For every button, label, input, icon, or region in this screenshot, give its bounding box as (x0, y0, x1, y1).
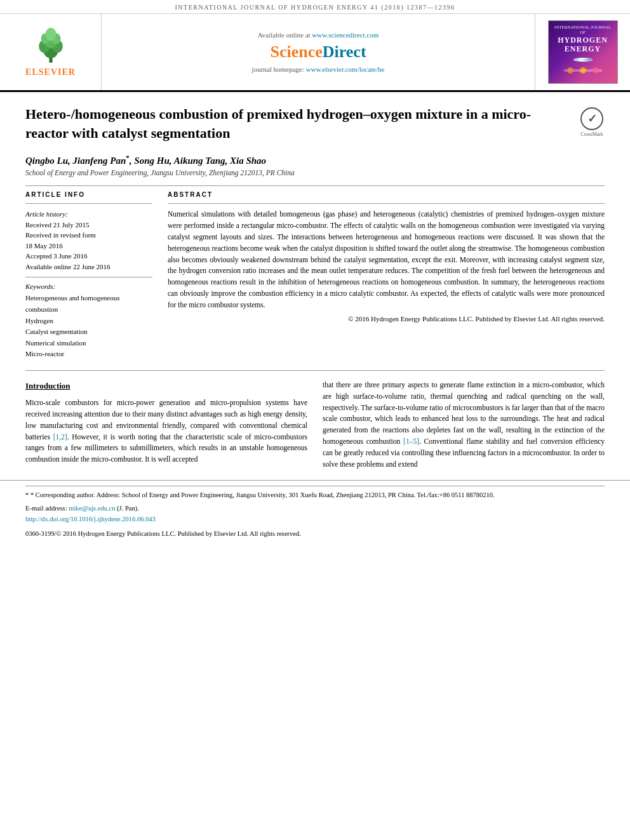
affiliation-line: School of Energy and Power Engineering, … (25, 169, 605, 177)
journal-cover-area: International Journal of HYDROGEN ENERGY (535, 14, 630, 90)
journal-banner: INTERNATIONAL JOURNAL OF HYDROGEN ENERGY… (0, 0, 630, 14)
sciencedirect-logo: ScienceDirect (270, 43, 366, 62)
history-label: Article history: (25, 209, 152, 220)
footer-section: * * Corresponding author. Address: Schoo… (0, 480, 630, 544)
keywords-divider (25, 277, 152, 277)
article-info-col: ARTICLE INFO Article history: Received 2… (25, 191, 152, 360)
sciencedirect-url[interactable]: www.sciencedirect.com (312, 31, 379, 39)
abstract-paragraph: Numerical simulations with detailed homo… (168, 209, 605, 310)
svg-point-11 (593, 67, 599, 74)
crossmark-icon: ✓ (580, 107, 603, 130)
doi-line: http://dx.doi.org/10.1016/j.ijhydene.201… (25, 514, 605, 525)
ref-1-2[interactable]: [1,2] (53, 433, 67, 441)
article-title-section: Hetero-/homogeneous combustion of premix… (0, 92, 630, 149)
intro-p2: that there are three primary aspects to … (323, 380, 605, 470)
body-top-divider (25, 370, 605, 371)
authors-section: Qingbo Lu, Jianfeng Pan*, Song Hu, Aikun… (0, 149, 630, 180)
corresponding-author: * * Corresponding author. Address: Schoo… (25, 490, 605, 501)
article-title: Hetero-/homogeneous combustion of premix… (25, 105, 566, 142)
intro-heading: Introduction (25, 380, 307, 392)
received2-date: 18 May 2016 (25, 241, 152, 251)
header-center: Available online at www.sciencedirect.co… (102, 14, 535, 90)
article-title-text: Hetero-/homogeneous combustion of premix… (25, 105, 566, 142)
keyword-item: Hydrogen (25, 316, 152, 327)
email-link[interactable]: mike@ujs.edu.cn (69, 505, 115, 512)
doi-link[interactable]: http://dx.doi.org/10.1016/j.ijhydene.201… (25, 516, 156, 523)
footer-divider (25, 486, 605, 486)
available-online-text: Available online at www.sciencedirect.co… (258, 31, 379, 39)
email-suffix: (J. Pan). (117, 505, 139, 512)
two-col-layout: ARTICLE INFO Article history: Received 2… (0, 191, 630, 360)
crossmark-badge: ✓ CrossMark (579, 107, 605, 137)
ref-1-5[interactable]: [1–5] (403, 437, 419, 445)
article-info-block: Article history: Received 21 July 2015 R… (25, 209, 152, 272)
svg-point-7 (45, 28, 56, 41)
abstract-copyright: © 2016 Hydrogen Energy Publications LLC.… (168, 314, 605, 324)
body-right-col: that there are three primary aspects to … (323, 380, 605, 474)
header-area: ELSEVIER Available online at www.science… (0, 14, 630, 92)
journal-homepage-url[interactable]: www.elsevier.com/locate/he (306, 65, 385, 73)
crossmark-label: CrossMark (580, 131, 603, 137)
abstract-col: ABSTRACT Numerical simulations with deta… (168, 191, 605, 360)
elsevier-tree-icon (32, 27, 70, 65)
email-label: E-mail address: (25, 505, 67, 512)
elsevier-logo-area: ELSEVIER (0, 14, 102, 90)
page: INTERNATIONAL JOURNAL OF HYDROGEN ENERGY… (0, 0, 630, 545)
keyword-item: Catalyst segmentation (25, 326, 152, 338)
svg-point-10 (580, 67, 586, 74)
keywords-title: Keywords: (25, 283, 152, 290)
journal-cover: International Journal of HYDROGEN ENERGY (548, 20, 618, 84)
available-online-date: Available online 22 June 2016 (25, 262, 152, 272)
issn-line: 0360-3199/© 2016 Hydrogen Energy Publica… (25, 529, 605, 540)
corresponding-star: * (25, 491, 30, 498)
received2: Received in revised form (25, 230, 152, 241)
svg-point-9 (567, 67, 573, 74)
abstract-header: ABSTRACT (168, 191, 605, 198)
main-divider (25, 185, 605, 186)
keywords-section: Keywords: Heterogeneous and homogeneous … (25, 283, 152, 360)
journal-cover-decoration (564, 64, 602, 77)
accepted-date: Accepted 3 June 2016 (25, 251, 152, 262)
email-line: E-mail address: mike@ujs.edu.cn (J. Pan)… (25, 503, 605, 514)
keyword-item: Heterogeneous and homogeneous combustion (25, 293, 152, 315)
journal-cover-circle-icon (573, 58, 593, 62)
intro-p1: Micro-scale combustors for micro-power g… (25, 397, 307, 465)
keywords-list: Heterogeneous and homogeneous combustion… (25, 293, 152, 360)
elsevier-logo: ELSEVIER (25, 27, 76, 77)
body-section: Introduction Micro-scale combustors for … (0, 360, 630, 481)
article-info-divider (25, 203, 152, 204)
article-info-header: ARTICLE INFO (25, 191, 152, 198)
two-col-body: Introduction Micro-scale combustors for … (25, 380, 605, 474)
corresponding-address: Address: School of Energy and Power Engi… (97, 491, 495, 498)
journal-homepage: journal homepage: www.elsevier.com/locat… (252, 65, 385, 73)
received1: Received 21 July 2015 (25, 220, 152, 230)
journal-banner-text: INTERNATIONAL JOURNAL OF HYDROGEN ENERGY… (175, 4, 455, 11)
abstract-divider (168, 203, 605, 204)
journal-cover-title: International Journal of HYDROGEN ENERGY (553, 25, 613, 54)
keyword-item: Micro-reactor (25, 349, 152, 360)
corresponding-label: * Corresponding author. (30, 491, 95, 498)
elsevier-text: ELSEVIER (25, 67, 76, 77)
body-left-col: Introduction Micro-scale combustors for … (25, 380, 307, 474)
abstract-text: Numerical simulations with detailed homo… (168, 209, 605, 324)
keyword-item: Numerical simulation (25, 338, 152, 349)
authors-line: Qingbo Lu, Jianfeng Pan*, Song Hu, Aikun… (25, 154, 605, 166)
